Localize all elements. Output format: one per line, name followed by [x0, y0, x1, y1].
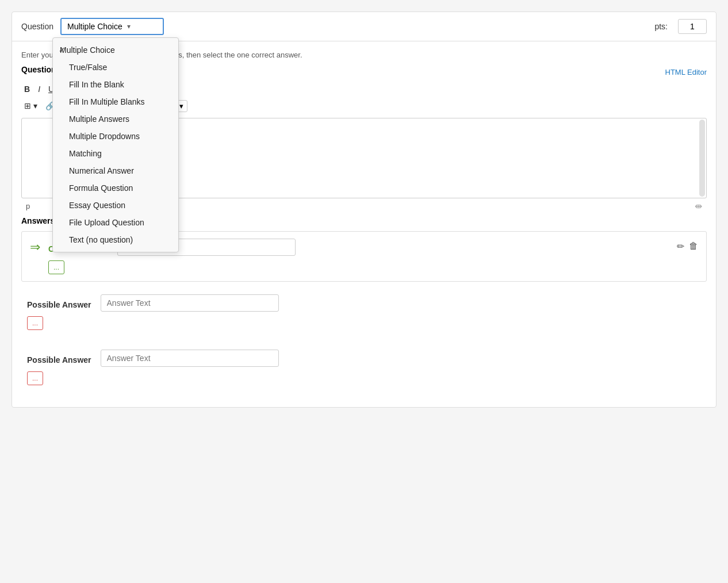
- dropdown-item-text-no-question[interactable]: Text (no question): [53, 231, 178, 248]
- checkmark-icon: ✓: [59, 45, 66, 55]
- possible-answer-row-2: Possible Answer ...: [21, 343, 707, 392]
- chevron-down-icon: ▾: [127, 22, 131, 30]
- possible-answer-1-input[interactable]: [101, 294, 279, 312]
- editor-scrollbar: [699, 120, 705, 197]
- selected-type-label: Multiple Choice: [67, 22, 122, 31]
- dropdown-item-fill-multiple-blanks[interactable]: Fill In Multiple Blanks: [53, 93, 178, 110]
- question-type-select[interactable]: Multiple Choice ▾: [60, 18, 164, 35]
- possible-answer-2-mini-btn[interactable]: ...: [27, 371, 43, 385]
- possible-answer-2-inner: Possible Answer ...: [21, 350, 699, 385]
- possible-answer-1-inner: Possible Answer ...: [21, 294, 699, 330]
- question-type-dropdown: ✓ Multiple Choice True/False Fill In the…: [52, 37, 179, 252]
- dropdown-item-numerical-answer[interactable]: Numerical Answer: [53, 162, 178, 179]
- pts-input[interactable]: [678, 19, 707, 34]
- pencil-icon[interactable]: ✏: [677, 241, 684, 252]
- dropdown-item-file-upload[interactable]: File Upload Question: [53, 214, 178, 231]
- dropdown-item-matching[interactable]: Matching: [53, 145, 178, 162]
- table-button[interactable]: ⊞ ▾: [21, 99, 40, 112]
- resize-icon: ⇼: [695, 201, 702, 212]
- header-row: Question Multiple Choice ▾ ✓ Multiple Ch…: [12, 12, 716, 41]
- dropdown-item-multiple-dropdowns[interactable]: Multiple Dropdowns: [53, 128, 178, 145]
- editor-status-p: p: [26, 202, 30, 210]
- possible-answer-row-1: Possible Answer ...: [21, 287, 707, 337]
- table-dropdown-arrow: ▾: [33, 101, 37, 110]
- possible-answer-1-mini-btn[interactable]: ...: [27, 316, 43, 330]
- dropdown-item-multiple-answers[interactable]: Multiple Answers: [53, 110, 178, 128]
- paragraph-arrow-icon: ▾: [179, 102, 183, 110]
- table-icon: ⊞: [24, 101, 31, 110]
- correct-arrow-icon: ⇒: [30, 240, 40, 255]
- bold-button[interactable]: B: [21, 83, 33, 95]
- html-editor-link[interactable]: HTML Editor: [665, 68, 707, 76]
- dropdown-item-fill-blank[interactable]: Fill In the Blank: [53, 76, 178, 93]
- dropdown-item-true-false[interactable]: True/False: [53, 59, 178, 76]
- question-label: Question: [21, 22, 53, 31]
- italic-button[interactable]: I: [35, 83, 43, 95]
- correct-answer-mini-btn[interactable]: ...: [48, 260, 64, 274]
- dropdown-item-essay-question[interactable]: Essay Question: [53, 197, 178, 214]
- dropdown-item-multiple-choice[interactable]: ✓ Multiple Choice: [53, 41, 178, 59]
- possible-answer-2-label: Possible Answer: [27, 355, 91, 365]
- pts-label: pts:: [654, 22, 668, 31]
- possible-answer-1-label: Possible Answer: [27, 300, 91, 309]
- correct-answer-actions: ✏ 🗑: [677, 239, 698, 252]
- possible-answer-2-input[interactable]: [101, 350, 279, 367]
- question-card: Question Multiple Choice ▾ ✓ Multiple Ch…: [12, 11, 716, 408]
- dropdown-item-formula-question[interactable]: Formula Question: [53, 179, 178, 197]
- trash-icon[interactable]: 🗑: [689, 241, 698, 251]
